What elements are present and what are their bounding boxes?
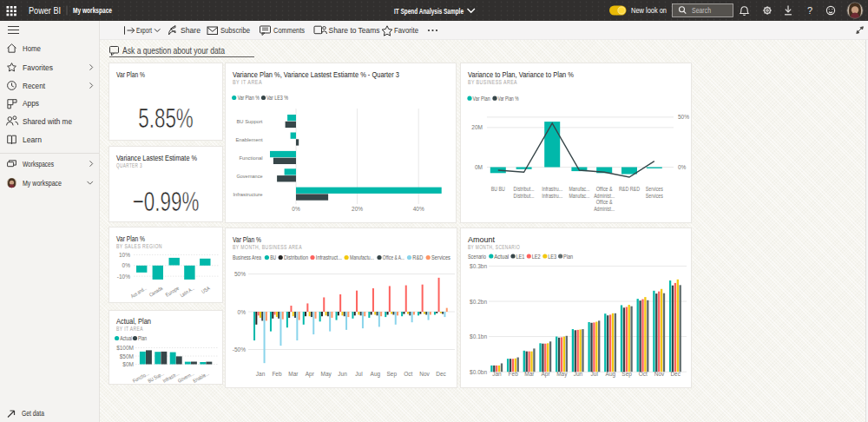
svg-text:Var Plan %: Var Plan % [233,235,261,244]
svg-text:?: ? [807,5,812,16]
svg-text:Infrastructure: Infrastructure [233,192,264,197]
svg-text:Oct: Oct [639,371,648,377]
svg-text:Variance Plan %, Variance Last: Variance Plan %, Variance Lastest Estiam… [233,70,399,79]
svg-text:Distribut...: Distribut... [514,186,535,192]
svg-text:Enable...: Enable... [192,371,210,384]
svg-text:Plan: Plan [138,335,147,341]
svg-text:Var Plan %: Var Plan % [498,96,519,102]
svg-text:Var Plan %: Var Plan % [116,70,145,79]
svg-text:USA: USA [201,286,211,294]
svg-text:Search: Search [692,6,711,15]
svg-text:Infrastr...: Infrastr... [162,371,181,384]
svg-text:Jan: Jan [256,371,266,377]
svg-text:Infrastru...: Infrastru... [542,193,562,199]
svg-text:Office &: Office & [596,199,614,205]
svg-text:Power BI: Power BI [29,5,61,16]
svg-text:BY IT AREA: BY IT AREA [233,79,262,85]
svg-text:Sep: Sep [621,371,632,378]
svg-text:Enablement: Enablement [236,137,263,142]
svg-text:Administ...: Administ... [594,193,615,199]
svg-text:R&D R&D: R&D R&D [619,186,640,192]
svg-text:IT Spend Analysis Sample: IT Spend Analysis Sample [394,6,464,16]
svg-text:Share to Teams: Share to Teams [329,26,380,35]
svg-text:Aus and...: Aus and... [130,286,148,300]
svg-text:20%: 20% [352,206,363,212]
svg-text:Favorite: Favorite [394,26,418,35]
svg-text:$0.0bn: $0.0bn [470,369,487,375]
svg-text:Jan: Jan [492,371,502,377]
svg-text:0%: 0% [238,309,247,315]
svg-text:$100M: $100M [116,345,134,351]
svg-text:BU Sup...: BU Sup... [147,371,165,384]
svg-text:Services: Services [431,254,451,260]
svg-text:Var Plan: Var Plan [473,96,490,102]
svg-text:Ask a question about your data: Ask a question about your data [122,46,225,56]
svg-text:Apps: Apps [23,99,39,108]
svg-text:Plan: Plan [563,254,573,260]
svg-text:Oct: Oct [404,371,412,377]
svg-text:50%: 50% [678,114,689,120]
svg-text:BY MONTH, SCENARIO: BY MONTH, SCENARIO [468,244,520,250]
svg-text:Jun: Jun [338,371,347,377]
svg-text:BY MONTH, BUSINESS AREA: BY MONTH, BUSINESS AREA [233,244,302,250]
svg-text:May: May [556,371,568,378]
svg-text:$50M: $50M [120,353,134,359]
svg-text:Distribut...: Distribut... [514,193,535,199]
svg-text:Administ...: Administ... [594,206,615,212]
svg-text:Distribution: Distribution [284,254,308,260]
svg-text:Jul: Jul [355,371,363,377]
svg-text:My workspace: My workspace [73,6,112,15]
svg-text:Get data: Get data [22,409,44,418]
svg-text:BU BU: BU BU [491,186,505,192]
svg-text:Amount: Amount [468,235,496,244]
svg-text:Jun: Jun [574,371,583,377]
svg-text:Infrastruct...: Infrastruct... [316,254,342,260]
svg-text:BY IT AREA: BY IT AREA [116,326,143,332]
svg-text:Aug: Aug [371,371,381,378]
svg-text:Apr: Apr [306,371,315,378]
svg-text:10%: 10% [119,252,130,258]
svg-text:Office &: Office & [596,186,614,192]
svg-text:Governance: Governance [237,174,264,179]
svg-text:Office & A...: Office & A... [383,254,404,260]
svg-text:Latin A...: Latin A... [179,286,195,299]
svg-text:Learn: Learn [23,135,42,144]
svg-text:Mar: Mar [288,371,299,377]
svg-text:Functional: Functional [240,155,263,161]
svg-text:BU: BU [270,254,276,260]
svg-text:0M: 0M [475,164,483,170]
svg-text:Govern...: Govern... [177,371,195,384]
svg-text:Manufac...: Manufac... [569,193,589,199]
svg-text:Aug: Aug [606,371,616,378]
svg-text:Functio...: Functio... [132,371,150,384]
svg-text:New look on: New look on [631,6,667,15]
svg-text:Home: Home [23,44,41,53]
svg-text:Mar: Mar [524,371,535,377]
svg-text:Manufac...: Manufac... [569,186,589,192]
svg-text:Dec: Dec [436,371,446,377]
svg-text:Apr: Apr [542,371,551,378]
svg-text:Jul: Jul [591,371,599,377]
svg-text:Recent: Recent [23,82,46,90]
svg-text:LE1: LE1 [516,254,524,260]
svg-text:Variance to Plan, Variance to: Variance to Plan, Variance to Plan % [468,70,574,79]
svg-text:Manufactu...: Manufactu... [350,254,374,260]
svg-text:BU Support: BU Support [237,119,263,124]
svg-text:Scenario: Scenario [468,254,486,260]
svg-text:Infrastru...: Infrastru... [542,186,562,192]
svg-text:May: May [321,371,332,378]
svg-text:R&D: R&D [412,254,423,260]
svg-text:-10%: -10% [117,274,130,280]
svg-text:Feb: Feb [509,371,519,377]
svg-text:40%: 40% [413,206,424,212]
svg-text:$0.1bn: $0.1bn [470,333,487,340]
svg-text:Dec: Dec [670,371,681,377]
svg-text:Europe: Europe [165,285,181,297]
svg-text:Nov: Nov [419,371,430,377]
svg-text:Share: Share [181,26,201,35]
svg-text:Workspaces: Workspaces [23,160,54,168]
svg-text:$0M: $0M [122,361,134,367]
svg-text:Var Plan %: Var Plan % [116,234,145,243]
svg-text:Favorites: Favorites [23,63,53,72]
svg-text:0%: 0% [122,262,131,268]
